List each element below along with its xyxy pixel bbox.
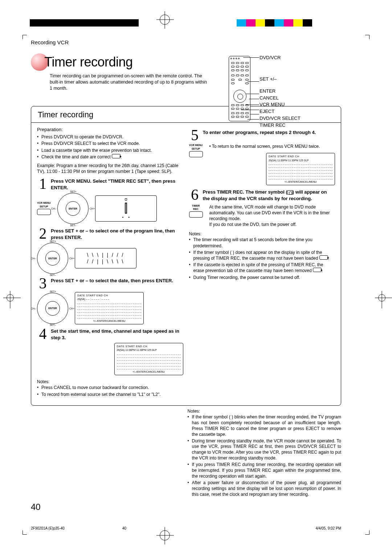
step5-return-label: To return to the normal screen, press VC…: [212, 144, 320, 149]
osd-header: DATE START END CH: [77, 294, 141, 297]
right-column: 5 To enter other programs, repeat steps …: [189, 126, 335, 400]
step-2: 2 Press SET + or – to select one of the …: [37, 228, 183, 240]
footer-timestamp: 4/4/05, 9:02 PM: [315, 526, 341, 530]
step6-text-a: Press TIMER REC. The timer symbol (: [203, 189, 287, 195]
step-number: 1: [37, 178, 49, 191]
registration-marks: [22, 16, 348, 28]
color-calibration-bars: [237, 19, 312, 27]
step4-notes: Notes: Press CANCEL to move cursor backw…: [37, 379, 183, 397]
page-content: Recording VCR Timer recording Timer reco…: [31, 39, 341, 501]
note-text: After a power failure or disconnection o…: [192, 480, 342, 497]
notes-heading: Notes:: [189, 231, 335, 237]
prep-item-text: Check the time and date are correct: [41, 154, 111, 159]
dpad-label: CH–: [51, 207, 56, 210]
preparation-list: Press DVD/VCR to operate the DVD/VCR. Pr…: [37, 134, 183, 160]
osd-header: DATE START END CH: [269, 155, 332, 158]
note-item: During Timer recording, the power cannot…: [189, 275, 335, 280]
osd-row: 26(SA) – – : – – – – : – – – –: [77, 297, 141, 301]
section-box: Timer recording Preparation: Press DVD/V…: [31, 106, 341, 406]
note-item: If the timer symbol ( ) blinks when the …: [188, 414, 342, 438]
note-item: To record from external source set the c…: [37, 392, 183, 397]
dpad-label: CH–: [31, 307, 36, 310]
step-1: 1 Press VCR MENU. Select "TIMER REC SET"…: [37, 178, 183, 191]
remote-label-set: SET +/–: [260, 76, 301, 83]
outside-notes: Notes: If the timer symbol ( ) blinks wh…: [186, 406, 342, 501]
prep-item: Press DVD/VCR to operate the DVD/VCR.: [37, 134, 183, 140]
step5-figure: VCR MENU SETUP • To return to the normal…: [189, 143, 335, 185]
crop-mark: [365, 530, 369, 535]
dpad-enter-label: ENTER: [45, 251, 60, 266]
dpad-icon: SET+ SET– CH– CH+ ENTER: [37, 243, 68, 274]
intro-paragraph: Timer recording can be programmed on-scr…: [50, 73, 209, 92]
registration-crosshair-right: [378, 294, 385, 301]
step6-detail: At the same time, VCR mode will change t…: [209, 204, 335, 228]
step4-figure: DATE START END CH 26(SA) 11:00PM 11:30PM…: [37, 343, 183, 375]
remote-outline: [229, 56, 250, 121]
vcr-menu-key-icon: [37, 209, 51, 215]
note-text: If the cassette is ejected in spite of t…: [193, 262, 323, 273]
dpad-label: SET+: [70, 190, 77, 193]
step6-notes: Notes: The timer recording will start at…: [189, 231, 335, 280]
step-4: 4 Set the start time, end time, channel …: [37, 328, 183, 341]
step2-figure: SET+ SET– CH– CH+ ENTER \ \ \ | | / / //…: [37, 243, 183, 274]
dpad-enter-label: ENTER: [66, 201, 80, 216]
timer-symbol-icon: [287, 190, 293, 195]
dpad-label: SET–: [50, 274, 56, 277]
crop-mark: [23, 530, 27, 535]
dpad-enter-label: ENTER: [45, 301, 60, 316]
note-item: After a power failure or disconnection o…: [188, 480, 342, 498]
page-number: 40: [31, 502, 41, 512]
dpad-icon: SET+ SET– CH– CH+ ENTER: [37, 293, 68, 324]
step-text: Press SET + or – to select the date, the…: [51, 278, 183, 290]
preparation-heading: Preparation:: [37, 126, 183, 133]
dpad-label: CH+: [69, 307, 74, 310]
vcr-menu-key-label: VCR MENU SETUP: [189, 143, 203, 150]
note-item: If you press TIMER REC during timer reco…: [188, 462, 342, 479]
remote-label-enter: ENTER: [260, 88, 301, 95]
dpad-label: SET–: [50, 323, 56, 327]
step-number: 6: [189, 189, 201, 202]
remote-label-dvdvcr: DVD/VCR: [260, 54, 301, 61]
dpad-icon: SET+ SET– CH– CH+ ENTER: [57, 193, 89, 224]
osd-footer: +/–/ENTER/CANCEL/MENU: [77, 319, 141, 323]
step-5: 5 To enter other programs, repeat steps …: [189, 129, 335, 142]
note-text: If the timer symbol ( ) does not appear …: [193, 250, 322, 261]
dpad-label: CH+: [69, 257, 74, 260]
note-item: If the timer symbol ( ) does not appear …: [189, 250, 335, 261]
crop-mark: [365, 35, 369, 39]
page-ref-icon: [319, 255, 328, 260]
registration-crosshair-bottom: [160, 530, 170, 540]
osd-footer: +/–/ENTER/CANCEL/MENU: [117, 370, 181, 373]
left-column: Preparation: Press DVD/VCR to operate th…: [37, 126, 183, 400]
step-text: Press VCR MENU. Select "TIMER REC SET", …: [51, 178, 183, 191]
step1-figure: VCR MENU SETUP SET+ SET– CH– CH+ ENTER ◂: [37, 193, 183, 224]
step-number: 3: [37, 278, 49, 290]
note-item: The timer recording will start at 5 seco…: [189, 237, 335, 248]
note-item: If the cassette is ejected in spite of t…: [189, 262, 335, 274]
step-text: Set the start time, end time, channel an…: [51, 328, 183, 341]
prep-item: Check the time and date are correct .: [37, 154, 183, 160]
vcr-menu-key-icon: [189, 151, 203, 157]
registration-crosshair-top: [160, 15, 170, 25]
step6-figure: TIMER REC At the same time, VCR mode wil…: [189, 204, 335, 228]
step-6: 6 Press TIMER REC. The timer symbol () w…: [189, 189, 335, 202]
breadcrumb: Recording VCR: [31, 39, 341, 45]
dpad-label: CH+: [90, 207, 95, 210]
step-text: To enter other programs, repeat steps 2 …: [203, 129, 335, 142]
step3-figure: SET+ SET– CH– CH+ ENTER DATE START END C…: [37, 292, 183, 324]
step-number: 2: [37, 228, 49, 240]
osd-header: DATE START END CH: [117, 345, 181, 348]
osd-schedule-table: DATE START END CH 26(SA) – – : – – – – :…: [75, 292, 144, 324]
dpad-label: CH–: [31, 257, 36, 260]
vcr-menu-key-label: VCR MENU SETUP: [37, 201, 50, 208]
osd-row: 26(SA) 11:00PM 11:30PM 125 SLP: [269, 159, 332, 162]
notes-heading: Notes:: [37, 379, 183, 385]
step-text: Press SET + or – to select one of the pr…: [51, 228, 183, 240]
dpad-label: SET+: [50, 290, 56, 293]
dpad-label: SET+: [50, 240, 56, 243]
osd-schedule-table: DATE START END CH 26(SA) 11:00PM 11:30PM…: [266, 153, 335, 185]
black-calibration-bar: [30, 19, 139, 27]
osd-blinking-cursor-icon: \ \ \ | | / / // / | | \ \ \ \: [75, 248, 136, 268]
notes-heading: Notes:: [188, 409, 342, 414]
remote-label-eject: EJECT: [260, 108, 301, 115]
